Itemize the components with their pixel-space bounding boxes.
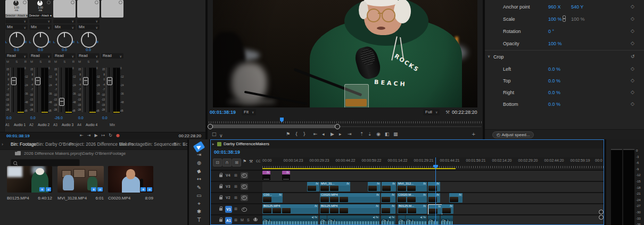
clip-fx-badge[interactable]: fx xyxy=(267,171,269,174)
automation-mode-dropdown[interactable]: Read∨ xyxy=(29,53,52,59)
fader-handle[interactable] xyxy=(83,77,88,85)
timeline-clip[interactable]: fx xyxy=(428,182,440,191)
clip-fx-badge[interactable]: fx xyxy=(316,182,318,186)
output-assignment-dropdown[interactable]: Mix∨ xyxy=(29,24,52,30)
fader-db-value[interactable]: 0.0 xyxy=(78,116,84,120)
add-marker[interactable]: ⚑ xyxy=(243,159,246,164)
timeline-ruler[interactable]: 00:0000:00:14:2300:00:29:2300:00:44:2200… xyxy=(262,157,604,168)
project-tab-1[interactable]: Bin: Darby O'Brien xyxy=(36,139,73,149)
record-button[interactable]: ● xyxy=(116,133,120,138)
track-lane-V4[interactable]: fxfx xyxy=(262,171,604,181)
media-thumbnail-1[interactable]: ≣⇄ xyxy=(57,166,104,193)
hand-tool[interactable]: ✱ xyxy=(194,208,204,215)
clip-fx-badge[interactable]: fx xyxy=(436,182,439,186)
timeline-settings[interactable]: ⚒ xyxy=(249,159,253,164)
step-forward-button[interactable]: ▸ xyxy=(339,131,342,137)
collapse-chevron-icon[interactable]: ∨ xyxy=(488,54,490,59)
timeline-audio-clip[interactable]: ◂| fxCh. 1 xyxy=(327,215,379,225)
track-lane-V3[interactable]: fxMVI_31...fxfxfxMVI_312...fxfx xyxy=(262,182,604,192)
output-assignment-dropdown[interactable]: Mix∨ xyxy=(5,24,28,30)
toggle-track-output-button[interactable] xyxy=(241,195,248,201)
add-keyframe-icon[interactable]: ◇ xyxy=(631,66,634,71)
track-select-forward-tool[interactable]: ⇥ xyxy=(194,151,204,159)
timeline-clip[interactable]: fx xyxy=(449,193,463,203)
property-value[interactable]: 0.0 % xyxy=(548,90,560,95)
clip-fx-badge[interactable]: fx xyxy=(392,204,394,208)
mute-solo-record-buttons[interactable]: MSR xyxy=(54,60,75,63)
zoom-level-select[interactable]: Fit∨ xyxy=(242,109,256,115)
pen-tool[interactable]: ✎ xyxy=(194,184,204,191)
effect-power-icon[interactable] xyxy=(71,1,75,4)
track-target-badge[interactable]: A1 xyxy=(225,217,232,224)
mark-in-button[interactable]: { xyxy=(295,131,298,137)
folder-up-icon[interactable] xyxy=(15,151,21,155)
timeline-clip[interactable]: fx xyxy=(442,204,453,214)
program-zoom-scrollbar[interactable] xyxy=(209,124,337,128)
property-value-2[interactable]: 540 Y xyxy=(571,4,583,10)
property-value[interactable]: 0 ° xyxy=(548,29,554,34)
timeline-clip[interactable]: C0020.MP4fx xyxy=(320,193,380,203)
property-value[interactable]: 0.0 % xyxy=(548,102,560,107)
toggle-track-output-button[interactable] xyxy=(241,184,248,190)
clip-fx-badge[interactable]: fx xyxy=(450,204,452,208)
pan-value[interactable]: 0.0 xyxy=(53,48,76,52)
type-tool[interactable]: T xyxy=(194,216,204,224)
add-keyframe-icon[interactable]: ◇ xyxy=(631,101,634,106)
go-to-out-button[interactable]: ⇥ xyxy=(87,133,91,138)
rectangle-tool[interactable]: ▭ xyxy=(194,192,204,199)
export-frame-button[interactable]: ◉ xyxy=(376,131,381,137)
timeline-clip[interactable]: fx xyxy=(368,182,381,191)
effect-power-icon[interactable] xyxy=(47,1,51,4)
slip-tool[interactable]: ↔ xyxy=(194,176,204,183)
mute-solo-record-buttons[interactable]: MSR xyxy=(78,60,98,63)
search-input[interactable] xyxy=(19,160,78,166)
clip-fx-badge[interactable]: fx xyxy=(438,205,441,209)
program-mini-timeline[interactable] xyxy=(209,118,482,123)
clip-fx-badge[interactable]: fx xyxy=(286,171,289,174)
fader-track[interactable] xyxy=(83,68,87,112)
track-lock-icon[interactable] xyxy=(219,174,222,177)
insert-effect-slot[interactable] xyxy=(77,0,100,18)
clip-fx-badge[interactable]: fx xyxy=(423,193,426,197)
sends-dropdown[interactable]: ∨ xyxy=(5,19,28,23)
pan-knob[interactable] xyxy=(57,32,73,48)
clip-fx-badge[interactable]: fx xyxy=(423,182,426,186)
tab-sequence-name[interactable]: Darby DifferenceMakers xyxy=(224,141,269,146)
timeline-clip[interactable]: B0125.M...fx xyxy=(398,204,427,214)
pan-knob[interactable] xyxy=(33,32,49,48)
track-target-badge[interactable]: V1 xyxy=(225,206,232,213)
clip-fx-badge[interactable]: fx xyxy=(392,182,395,186)
razor-tool[interactable]: ◆ xyxy=(193,166,205,176)
toggle-track-output-icon[interactable] xyxy=(242,207,247,212)
timeline-clip[interactable]: fx xyxy=(381,204,395,214)
timeline-clip[interactable]: fx xyxy=(428,193,440,203)
effect-power-icon[interactable] xyxy=(119,1,122,4)
step-back-button[interactable]: ◂ xyxy=(322,131,325,137)
timeline-clip[interactable]: MVI_312...fx xyxy=(397,182,427,191)
mute-solo-record-buttons[interactable]: MSR xyxy=(30,60,51,63)
add-keyframe-icon[interactable]: ◇ xyxy=(631,16,634,21)
search-box[interactable] xyxy=(11,159,80,166)
mute-solo-record-buttons[interactable]: MSR xyxy=(6,60,27,63)
lift-button[interactable]: ⇡ xyxy=(360,131,364,137)
project-tab-5[interactable]: Bin: Ec xyxy=(174,139,187,149)
timeline-clip[interactable]: C00...fx xyxy=(262,193,283,203)
timeline-clip[interactable]: fx xyxy=(282,171,290,180)
tab-overflow-left-icon[interactable]: › xyxy=(2,142,3,147)
track-lane-V1[interactable]: B0125.MP4fxB0125.MP4fxfxB0125.M...fxfxfx xyxy=(262,204,604,214)
track-lane-V2[interactable]: C00...fxC0020.MP4fxfxC0020.M...fxfxfx xyxy=(262,193,604,203)
sync-lock-icon[interactable]: ⊞ xyxy=(234,173,237,178)
snap-toggle[interactable]: ∩ xyxy=(222,159,232,166)
clip-fx-badge[interactable]: fx xyxy=(279,193,282,197)
zoom-handle-right[interactable] xyxy=(335,124,340,129)
program-timecode[interactable]: 00:01:38:19 xyxy=(210,110,236,115)
loop-button[interactable]: ↻ xyxy=(109,133,112,138)
button-editor-button[interactable]: + xyxy=(472,131,476,137)
play-in-to-out-button[interactable]: ↦ xyxy=(102,133,105,138)
pan-value[interactable]: 0.0 xyxy=(5,48,28,52)
sends-dropdown[interactable]: ∨ xyxy=(77,19,100,23)
effect-power-icon[interactable] xyxy=(23,1,27,4)
project-tab-4[interactable]: Bin: Sequences xyxy=(145,139,177,149)
fader-track[interactable] xyxy=(35,68,39,112)
linked-selection-toggle[interactable]: ⊞ xyxy=(232,159,241,166)
